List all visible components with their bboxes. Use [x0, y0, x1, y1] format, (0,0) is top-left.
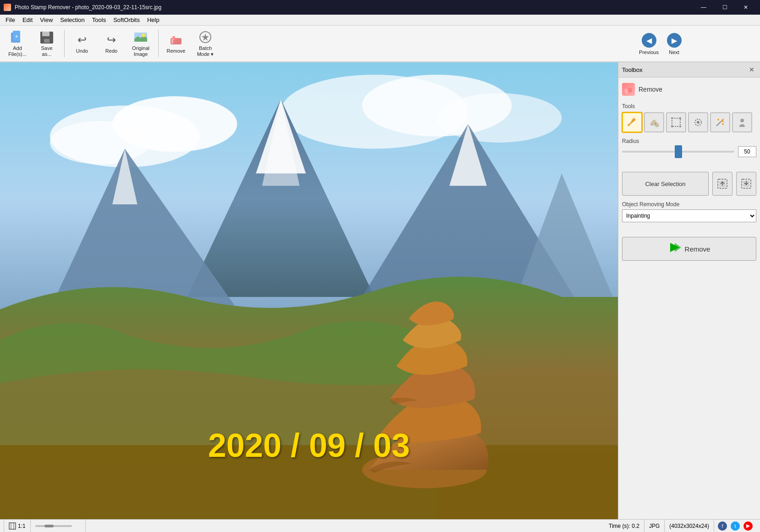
svg-point-39 [697, 121, 699, 124]
image-area[interactable]: 2020 / 09 / 03 [0, 62, 618, 519]
stamp-tool-button[interactable] [732, 112, 752, 132]
photo-watermark: 2020 / 09 / 03 [208, 427, 410, 464]
batch-mode-icon [198, 30, 213, 44]
previous-button[interactable]: ◀ Previous [636, 26, 661, 62]
tools-label: Tools [622, 103, 756, 110]
time-label: Time (s): 0.2 [609, 523, 639, 529]
toolbox-close-button[interactable]: ✕ [747, 65, 756, 74]
radius-section: Radius [622, 138, 756, 157]
save-as-button[interactable]: Saveas... [33, 28, 61, 59]
menu-tools[interactable]: Tools [88, 16, 110, 24]
svg-rect-10 [171, 39, 173, 44]
radius-value-input[interactable] [738, 146, 756, 157]
menu-edit[interactable]: Edit [19, 16, 36, 24]
add-files-button[interactable]: + AddFile(s)... [4, 28, 31, 59]
svg-point-42 [722, 123, 724, 125]
next-icon: ▶ [667, 33, 682, 48]
toolbar: + AddFile(s)... Saveas... ↩ Undo ↪ Redo [0, 26, 760, 62]
status-scroll[interactable] [31, 520, 86, 532]
batch-mode-label: BatchMode ▾ [197, 45, 214, 57]
redo-label: Redo [105, 48, 117, 54]
batch-mode-button[interactable]: BatchMode ▾ [192, 28, 219, 59]
clear-selection-button[interactable]: Clear Selection [622, 172, 709, 196]
remove-action-label: Remove [685, 245, 710, 253]
youtube-icon[interactable]: ▶ [743, 521, 753, 531]
fit-icon [9, 522, 16, 530]
svg-point-7 [142, 33, 145, 37]
app-icon [4, 4, 11, 11]
toolbox-body: Remove Tools [618, 77, 760, 264]
svg-rect-52 [9, 523, 16, 529]
menu-view[interactable]: View [36, 16, 56, 24]
close-button[interactable]: ✕ [735, 0, 756, 15]
twitter-icon[interactable]: t [731, 521, 740, 531]
svg-point-41 [717, 119, 719, 121]
remove-section-label: Remove [639, 86, 662, 93]
undo-button[interactable]: ↩ Undo [68, 28, 96, 59]
original-image-button[interactable]: OriginalImage [127, 28, 154, 59]
tools-row [622, 112, 756, 132]
minimize-button[interactable]: — [693, 0, 714, 15]
magic-wand-button[interactable] [688, 112, 708, 132]
svg-point-34 [671, 117, 673, 119]
format-label: JPG [649, 523, 660, 529]
svg-rect-4 [42, 32, 50, 36]
mode-select[interactable]: Inpainting Content-Aware Fill Blur [622, 209, 756, 222]
window-title: Photo Stamp Remover - photo_2020-09-03_2… [15, 4, 689, 11]
brush-tool-button[interactable] [622, 112, 642, 132]
spacer-2 [622, 228, 756, 231]
previous-label: Previous [639, 49, 659, 55]
scroll-indicator [35, 524, 72, 528]
svg-point-18 [437, 93, 562, 143]
rect-select-button[interactable] [666, 112, 686, 132]
svg-point-36 [671, 126, 673, 127]
window-controls: — ☐ ✕ [693, 0, 756, 15]
action-row: Clear Selection [622, 172, 756, 196]
svg-rect-33 [672, 118, 680, 126]
facebook-icon[interactable]: f [718, 521, 727, 531]
remove-go-icon [668, 241, 681, 257]
maximize-button[interactable]: ☐ [714, 0, 735, 15]
toolbox-header: Toolbox ✕ [618, 62, 760, 77]
nav-area: ◀ Previous ▶ Next [636, 26, 687, 62]
fill-tool-button[interactable] [644, 112, 664, 132]
original-image-icon [133, 30, 148, 44]
status-time: Time (s): 0.2 [604, 520, 644, 532]
remove-button[interactable]: Remove [162, 28, 190, 59]
menu-selection[interactable]: Selection [56, 16, 88, 24]
menu-help[interactable]: Help [143, 16, 163, 24]
status-social-icons: f t ▶ [714, 521, 756, 531]
magic-wand2-button[interactable] [710, 112, 730, 132]
spacer-1 [622, 163, 756, 166]
dimensions-label: (4032x3024x24) [669, 523, 709, 529]
photo-background: 2020 / 09 / 03 [0, 62, 618, 519]
add-files-label: AddFile(s)... [8, 45, 27, 57]
original-image-label: OriginalImage [132, 45, 149, 57]
undo-label: Undo [76, 48, 88, 54]
save-as-label: Saveas... [41, 45, 52, 57]
next-button[interactable]: ▶ Next [661, 26, 687, 62]
save-selection-button[interactable] [712, 172, 732, 196]
object-removing-mode-label: Object Removing Mode [622, 201, 756, 208]
redo-icon: ↪ [104, 33, 119, 47]
toolbox-title: Toolbox [622, 66, 643, 73]
toolbar-separator-1 [64, 30, 65, 57]
svg-text:+: + [15, 34, 18, 39]
status-bar: 1:1 Time (s): 0.2 JPG (4032x3024x24) f t… [0, 519, 760, 532]
svg-point-43 [740, 119, 744, 122]
menu-file[interactable]: File [2, 16, 19, 24]
radius-row [622, 146, 756, 157]
svg-rect-56 [44, 525, 54, 527]
svg-point-37 [679, 126, 681, 127]
title-bar: Photo Stamp Remover - photo_2020-09-03_2… [0, 0, 760, 15]
load-selection-button[interactable] [736, 172, 756, 196]
redo-button[interactable]: ↪ Redo [98, 28, 125, 59]
menu-softorbits[interactable]: SoftOrbits [110, 16, 143, 24]
svg-rect-5 [44, 39, 50, 43]
add-files-icon: + [10, 30, 25, 44]
radius-slider[interactable] [622, 151, 734, 153]
remove-action-button[interactable]: Remove [622, 237, 756, 261]
status-zoom: 1:1 [4, 520, 31, 532]
status-format: JPG [644, 520, 665, 532]
svg-line-40 [716, 121, 721, 126]
